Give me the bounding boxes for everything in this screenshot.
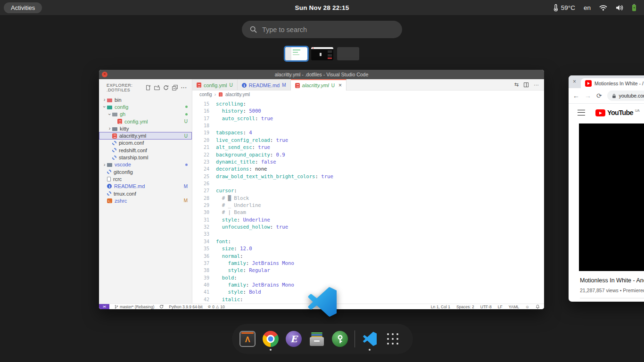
- code-line-24[interactable]: 24decorations: none: [192, 165, 544, 173]
- code-text: # | Beam: [216, 209, 246, 216]
- vscode-window[interactable]: × alacritty.yml - .dotfiles - Visual Stu…: [99, 70, 544, 309]
- encoding-setting[interactable]: UTF-8: [480, 304, 492, 309]
- explorer-item-vscode[interactable]: ›vscode: [99, 161, 192, 168]
- explorer-item-redshift.conf[interactable]: redshift.conf: [99, 147, 192, 154]
- code-line-30[interactable]: 30 # | Beam: [192, 209, 544, 216]
- code-line-34[interactable]: 34font:: [192, 238, 544, 245]
- dock-item-keepassxc[interactable]: [331, 330, 348, 347]
- code-line-25[interactable]: 25draw_bold_text_with_bright_colors: tru…: [192, 173, 544, 180]
- code-line-17[interactable]: 17 auto_scroll: true: [192, 115, 544, 122]
- code-line-36[interactable]: 36 normal:: [192, 253, 544, 260]
- collapse-folders-icon[interactable]: [172, 85, 178, 90]
- code-line-41[interactable]: 41 style: Bold: [192, 288, 544, 296]
- breadcrumb[interactable]: config › alacritty.yml: [192, 90, 544, 98]
- breadcrumb-folder[interactable]: config: [199, 92, 212, 97]
- code-line-29[interactable]: 29 # _ Underline: [192, 202, 544, 209]
- explorer-item-gh[interactable]: ›gh: [99, 111, 192, 118]
- python-interpreter[interactable]: Python 3.9.9 64-bit: [169, 304, 202, 309]
- editor-more-actions-icon[interactable]: ···: [534, 82, 539, 88]
- code-line-33[interactable]: 33: [192, 230, 544, 238]
- system-status-area[interactable]: 59°C en: [553, 4, 636, 11]
- breadcrumb-file[interactable]: alacritty.yml: [225, 92, 250, 97]
- explorer-item-gitconfig[interactable]: gitconfig: [99, 168, 192, 175]
- explorer-item-config.yml[interactable]: config.ymlU: [99, 118, 192, 125]
- code-line-27[interactable]: 27cursor:: [192, 187, 544, 194]
- feedback-icon[interactable]: ☺: [525, 304, 529, 309]
- explorer-item-README.md[interactable]: README.mdM: [99, 183, 192, 190]
- code-line-19[interactable]: 19tabspaces: 4: [192, 129, 544, 136]
- dock-item-alacritty[interactable]: [239, 330, 256, 347]
- code-line-32[interactable]: 32 unfocused_hollow: true: [192, 223, 544, 230]
- sync-button[interactable]: [159, 304, 164, 309]
- editor-code[interactable]: 15scrolling:16 history: 500017 auto_scro…: [192, 98, 544, 304]
- language-mode[interactable]: YAML: [509, 304, 520, 309]
- indentation-setting[interactable]: Spaces: 2: [456, 304, 474, 309]
- refresh-icon[interactable]: [163, 85, 169, 90]
- code-line-15[interactable]: 15scrolling:: [192, 100, 544, 107]
- reload-button[interactable]: ⟳: [596, 92, 602, 99]
- activities-button[interactable]: Activities: [4, 2, 42, 13]
- problems-indicator[interactable]: ⊘0 △10: [208, 304, 225, 309]
- code-line-28[interactable]: 28 # █ Block: [192, 195, 544, 202]
- explorer-item-starship.toml[interactable]: starship.toml: [99, 154, 192, 161]
- explorer-item-kitty[interactable]: ›kitty: [99, 125, 192, 132]
- code-line-43[interactable]: 43 family: JetBrains Mono: [192, 303, 544, 304]
- explorer-item-tmux.conf[interactable]: tmux.conf: [99, 190, 192, 197]
- remote-indicator[interactable]: ><: [99, 304, 109, 309]
- code-line-31[interactable]: 31 style: Underline: [192, 216, 544, 223]
- workspace-thumbnail-2[interactable]: [311, 47, 333, 60]
- youtube-logo[interactable]: YouTube UA: [595, 109, 640, 116]
- code-line-35[interactable]: 35 size: 12.0: [192, 245, 544, 252]
- back-button[interactable]: ←: [573, 92, 579, 99]
- explorer-item-picom.conf[interactable]: picom.conf: [99, 140, 192, 147]
- close-tab-icon[interactable]: ×: [339, 82, 342, 89]
- code-line-22[interactable]: 22background_opacity: 0.9: [192, 151, 544, 158]
- split-editor-icon[interactable]: [524, 82, 528, 87]
- code-line-38[interactable]: 38 style: Regular: [192, 267, 544, 274]
- chrome-active-tab[interactable]: Motionless In White - /: [581, 78, 644, 88]
- editor-tab-README.md[interactable]: README.mdM: [238, 79, 291, 90]
- address-bar[interactable]: youtube.com/wa: [607, 90, 644, 101]
- search-bar[interactable]: Type to search: [242, 21, 402, 38]
- cursor-position[interactable]: Ln 1, Col 1: [431, 304, 450, 309]
- video-player[interactable]: [579, 123, 644, 271]
- code-line-39[interactable]: 39 bold:: [192, 274, 544, 281]
- workspace-thumbnail-3[interactable]: [337, 47, 359, 60]
- code-line-20[interactable]: 20live_config_reload: true: [192, 137, 544, 144]
- chrome-close-window-icon[interactable]: ×: [573, 78, 576, 85]
- code-line-37[interactable]: 37 family: JetBrains Mono: [192, 260, 544, 267]
- chrome-window[interactable]: × Motionless In White - / ← → ⟳ youtube.…: [569, 75, 644, 302]
- code-line-42[interactable]: 42 italic:: [192, 296, 544, 303]
- code-line-16[interactable]: 16 history: 5000: [192, 107, 544, 115]
- editor-tab-config.yml[interactable]: config.ymlU: [192, 79, 238, 90]
- clock[interactable]: Sun Nov 28 22:15: [295, 4, 349, 11]
- explorer-item-bin[interactable]: ›bin: [99, 96, 192, 103]
- dock-item-files[interactable]: [308, 330, 325, 347]
- dock-item-app-grid[interactable]: [384, 330, 401, 347]
- explorer-item-config[interactable]: ›config: [99, 103, 192, 110]
- hamburger-menu-icon[interactable]: [578, 110, 585, 115]
- dock-item-vscode[interactable]: [361, 330, 378, 347]
- more-actions-icon[interactable]: ···: [181, 85, 187, 90]
- code-line-18[interactable]: 18: [192, 122, 544, 129]
- dock-item-chrome[interactable]: [262, 330, 279, 347]
- git-branch-indicator[interactable]: master* (Rebasing): [115, 304, 154, 309]
- workspace-thumbnail-1[interactable]: [285, 47, 307, 60]
- close-window-button[interactable]: ×: [102, 72, 107, 77]
- new-file-icon[interactable]: [145, 85, 151, 90]
- explorer-item-alacritty.yml[interactable]: alacritty.ymlU: [99, 132, 192, 139]
- explorer-item-rcrc[interactable]: rcrc: [99, 175, 192, 182]
- code-line-23[interactable]: 23dynamic_title: false: [192, 158, 544, 165]
- code-line-21[interactable]: 21alt_send_esc: true: [192, 144, 544, 151]
- code-line-26[interactable]: 26: [192, 180, 544, 187]
- code-line-40[interactable]: 40 family: JetBrains Mono: [192, 281, 544, 288]
- notifications-bell-icon[interactable]: [536, 304, 540, 309]
- explorer-item-zshrc[interactable]: zshrcM: [99, 197, 192, 204]
- dock-item-emacs[interactable]: E: [285, 330, 302, 347]
- editor-tab-alacritty.yml[interactable]: alacritty.ymlU×: [291, 79, 347, 90]
- keyboard-layout-indicator[interactable]: en: [584, 4, 591, 11]
- new-folder-icon[interactable]: [154, 85, 160, 90]
- forward-button[interactable]: →: [585, 92, 591, 99]
- eol-setting[interactable]: LF: [498, 304, 503, 309]
- open-changes-icon[interactable]: ⇆: [514, 82, 519, 88]
